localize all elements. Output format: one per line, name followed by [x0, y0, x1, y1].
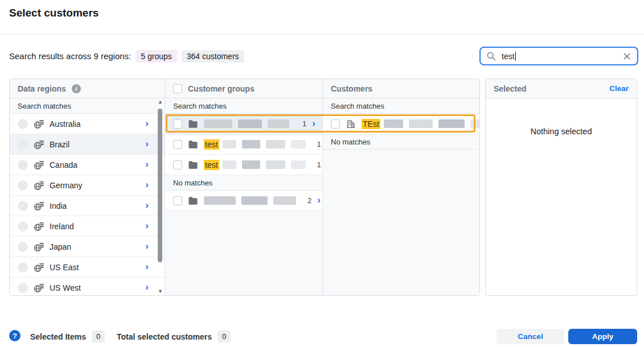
customers-list: Search matches TEst No matches	[323, 98, 479, 295]
chevron-right-icon[interactable]: ›	[145, 282, 149, 292]
redacted-text	[291, 160, 306, 169]
chevron-right-icon[interactable]: ›	[145, 241, 149, 251]
chevron-right-icon[interactable]: ›	[145, 180, 149, 189]
scrollbar-thumb[interactable]	[158, 109, 162, 262]
group-checkbox[interactable]	[173, 196, 182, 205]
redacted-text	[273, 196, 296, 205]
group-checkbox[interactable]	[173, 160, 182, 170]
clear-search-icon[interactable]	[622, 52, 631, 61]
chevron-right-icon[interactable]: ›	[145, 262, 149, 271]
region-row-brazil[interactable]: Brazil ›	[10, 134, 165, 155]
region-radio[interactable]	[18, 262, 28, 272]
region-globe-icon	[34, 262, 44, 272]
region-label: Brazil	[50, 140, 69, 149]
total-selected-customers-label: Total selected customers	[117, 332, 212, 341]
region-globe-icon	[34, 139, 44, 150]
nothing-selected-text: Nothing selected	[486, 127, 637, 136]
group-checkbox[interactable]	[173, 119, 182, 129]
region-label: Australia	[50, 119, 80, 129]
selection-panel: Data regions i Search matches Australia …	[9, 79, 480, 296]
region-radio[interactable]	[18, 160, 28, 170]
group-row-test-2[interactable]: test 1 ›	[165, 155, 322, 175]
region-globe-icon	[34, 283, 44, 293]
region-label: US West	[50, 283, 81, 292]
region-globe-icon	[34, 119, 44, 129]
groups-count-badge: 5 groups	[136, 50, 177, 63]
help-icon[interactable]: ?	[9, 330, 20, 341]
chevron-right-icon[interactable]: ›	[145, 139, 149, 148]
building-icon	[346, 119, 356, 129]
region-radio[interactable]	[18, 221, 28, 232]
region-radio[interactable]	[18, 283, 28, 293]
footer: ? Selected Items 0 Total selected custom…	[0, 329, 644, 344]
region-label: US East	[50, 263, 79, 272]
region-radio[interactable]	[18, 201, 28, 211]
region-radio[interactable]	[18, 139, 28, 150]
clear-selection-link[interactable]: Clear	[609, 84, 629, 93]
folder-icon	[188, 196, 198, 205]
apply-button[interactable]: Apply	[568, 329, 637, 344]
region-label: Canada	[50, 160, 77, 170]
group-row-test-1[interactable]: test 1 ›	[165, 134, 322, 155]
redacted-text	[204, 196, 236, 205]
selected-items-count: 0	[92, 331, 105, 342]
customer-groups-header: Customer groups	[165, 79, 322, 98]
customers-column: Customers Search matches TEst No matches	[322, 79, 479, 295]
folder-icon	[188, 140, 198, 149]
region-radio[interactable]	[18, 119, 28, 129]
page-title: Select customers	[9, 7, 99, 19]
redacted-text	[266, 160, 285, 169]
cancel-button[interactable]: Cancel	[497, 329, 564, 344]
region-row-australia[interactable]: Australia ›	[10, 114, 165, 134]
customer-row-matched[interactable]: TEst	[323, 114, 479, 134]
search-input[interactable]: test	[479, 47, 638, 65]
redacted-text	[268, 119, 289, 128]
chevron-right-icon[interactable]: ›	[317, 195, 321, 205]
region-globe-icon	[34, 160, 44, 170]
redacted-text	[204, 119, 232, 128]
scroll-up-icon[interactable]: ▲	[158, 98, 163, 106]
redacted-text	[470, 119, 479, 128]
region-radio[interactable]	[18, 242, 28, 252]
region-row-ireland[interactable]: Ireland ›	[10, 216, 165, 237]
region-row-us-west[interactable]: US West ›	[10, 278, 165, 295]
region-globe-icon	[34, 221, 44, 232]
redacted-text	[438, 119, 465, 128]
region-label: Ireland	[50, 222, 74, 231]
region-radio[interactable]	[18, 180, 28, 191]
chevron-right-icon[interactable]: ›	[145, 118, 149, 128]
customer-groups-list: Search matches 1 › test 1	[165, 98, 322, 295]
data-regions-header: Data regions i	[10, 79, 165, 98]
chevron-right-icon[interactable]: ›	[145, 159, 149, 169]
customer-groups-column: Customer groups Search matches 1 › test	[165, 79, 322, 295]
search-icon	[486, 51, 496, 61]
region-row-germany[interactable]: Germany ›	[10, 175, 165, 196]
selected-panel: Selected Clear Nothing selected	[485, 79, 637, 296]
match-highlight: test	[204, 139, 219, 150]
selected-list: Nothing selected	[486, 98, 637, 136]
redacted-text	[409, 119, 433, 128]
group-checkbox[interactable]	[173, 140, 182, 149]
redacted-text	[223, 140, 236, 148]
scroll-down-icon[interactable]: ▼	[158, 288, 163, 296]
customer-checkbox[interactable]	[331, 119, 340, 129]
group-row-unmatched[interactable]: 2 ›	[165, 191, 322, 211]
region-row-india[interactable]: India ›	[10, 196, 165, 216]
region-row-us-east[interactable]: US East ›	[10, 257, 165, 278]
customers-no-matches-subheader: No matches	[323, 134, 479, 150]
match-highlight: TEst	[362, 119, 380, 129]
region-label: Japan	[50, 242, 71, 251]
redacted-text	[242, 140, 260, 148]
select-all-groups-checkbox[interactable]	[173, 84, 182, 93]
group-row-matched[interactable]: 1 ›	[165, 114, 322, 134]
redacted-text	[223, 160, 236, 169]
regions-scrollbar[interactable]: ▲ ▼	[157, 98, 164, 296]
chevron-right-icon[interactable]: ›	[312, 118, 315, 128]
chevron-right-icon[interactable]: ›	[145, 200, 149, 210]
customers-header-label: Customers	[331, 84, 372, 93]
redacted-text	[291, 140, 306, 148]
region-row-japan[interactable]: Japan ›	[10, 237, 165, 257]
chevron-right-icon[interactable]: ›	[145, 221, 149, 230]
info-icon[interactable]: i	[72, 84, 81, 93]
region-row-canada[interactable]: Canada ›	[10, 155, 165, 175]
